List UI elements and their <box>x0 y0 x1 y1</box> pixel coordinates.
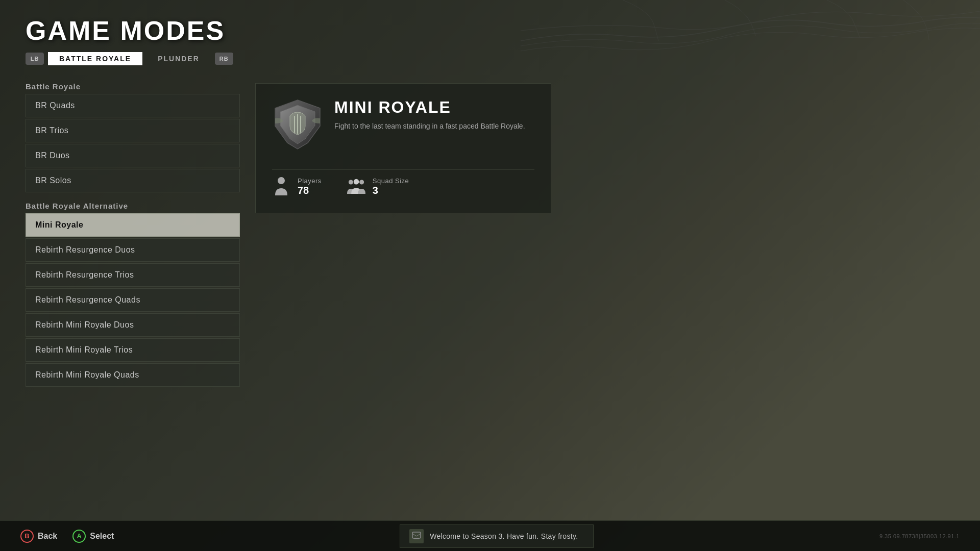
mode-item-rebirth-resurgence-trios[interactable]: Rebirth Resurgence Trios <box>26 263 240 287</box>
svg-rect-8 <box>414 538 419 539</box>
left-panel: Battle Royale BR Quads BR Trios BR Duos … <box>26 78 240 546</box>
section-label-br: Battle Royale <box>26 82 240 91</box>
players-label: Players <box>298 177 322 185</box>
mode-item-rebirth-resurgence-quads[interactable]: Rebirth Resurgence Quads <box>26 288 240 312</box>
tab-battle-royale[interactable]: BATTLE ROYALE <box>48 52 142 65</box>
notification-box: Welcome to Season 3. Have fun. Stay fros… <box>400 524 594 548</box>
stat-players: Players 78 <box>272 175 322 198</box>
mode-item-br-solos[interactable]: BR Solos <box>26 169 240 192</box>
select-label: Select <box>90 532 114 541</box>
header: GAME MODES LB BATTLE ROYALE PLUNDER RB <box>0 0 980 73</box>
svg-point-4 <box>349 180 353 185</box>
mode-detail-card: MINI ROYALE Fight to the last team stand… <box>255 83 551 213</box>
br-alt-list: Mini Royale Rebirth Resurgence Duos Rebi… <box>26 213 240 387</box>
notification-text: Welcome to Season 3. Have fun. Stay fros… <box>430 532 578 540</box>
mode-item-rebirth-resurgence-duos[interactable]: Rebirth Resurgence Duos <box>26 238 240 262</box>
squad-value: 3 <box>373 185 409 196</box>
svg-rect-7 <box>412 532 421 538</box>
svg-point-3 <box>278 177 285 184</box>
mode-item-br-quads[interactable]: BR Quads <box>26 94 240 117</box>
tabs-row: LB BATTLE ROYALE PLUNDER RB <box>26 52 954 65</box>
svg-point-5 <box>354 179 359 185</box>
a-button-icon: A <box>72 530 86 543</box>
mode-shield-icon <box>272 98 323 159</box>
content-area: Battle Royale BR Quads BR Trios BR Duos … <box>0 73 980 551</box>
section-label-br-alt: Battle Royale Alternative <box>26 202 240 210</box>
squad-icon <box>347 175 365 198</box>
mode-stats: Players 78 <box>272 169 534 198</box>
stat-squad-text: Squad Size 3 <box>373 177 409 196</box>
back-label: Back <box>38 532 57 541</box>
right-panel: MINI ROYALE Fight to the last team stand… <box>255 78 954 546</box>
main-content: GAME MODES LB BATTLE ROYALE PLUNDER RB B… <box>0 0 980 551</box>
tab-plunder[interactable]: PLUNDER <box>146 52 211 65</box>
squad-label: Squad Size <box>373 177 409 185</box>
b-button-icon: B <box>20 530 34 543</box>
players-value: 78 <box>298 185 322 196</box>
mode-item-br-duos[interactable]: BR Duos <box>26 144 240 167</box>
players-icon <box>272 175 290 198</box>
left-bumper[interactable]: LB <box>26 53 44 65</box>
page-title: GAME MODES <box>26 15 954 46</box>
mode-item-rebirth-mini-royale-quads[interactable]: Rebirth Mini Royale Quads <box>26 363 240 387</box>
bottom-bar: B Back A Select Welcome to Season 3. Hav… <box>0 520 980 551</box>
mode-item-rebirth-mini-royale-trios[interactable]: Rebirth Mini Royale Trios <box>26 338 240 362</box>
notification-icon <box>409 529 424 543</box>
right-bumper[interactable]: RB <box>215 53 233 65</box>
mode-item-rebirth-mini-royale-duos[interactable]: Rebirth Mini Royale Duos <box>26 313 240 337</box>
select-button[interactable]: A Select <box>72 530 114 543</box>
mode-detail-desc: Fight to the last team standing in a fas… <box>334 121 534 132</box>
mode-detail-info: MINI ROYALE Fight to the last team stand… <box>334 98 534 132</box>
bottom-actions: B Back A Select <box>20 530 114 543</box>
stat-players-text: Players 78 <box>298 177 322 196</box>
mode-item-br-trios[interactable]: BR Trios <box>26 119 240 142</box>
svg-point-6 <box>359 180 364 185</box>
coords-display: 9.35 09.78738|35003.12.91.1 <box>879 533 960 539</box>
svg-line-9 <box>412 534 416 536</box>
mode-item-mini-royale[interactable]: Mini Royale <box>26 213 240 237</box>
stat-squad-size: Squad Size 3 <box>347 175 409 198</box>
mode-detail-name: MINI ROYALE <box>334 98 534 117</box>
br-main-list: BR Quads BR Trios BR Duos BR Solos <box>26 94 240 192</box>
svg-line-10 <box>416 534 421 536</box>
back-button[interactable]: B Back <box>20 530 57 543</box>
mode-detail-top: MINI ROYALE Fight to the last team stand… <box>272 98 534 159</box>
